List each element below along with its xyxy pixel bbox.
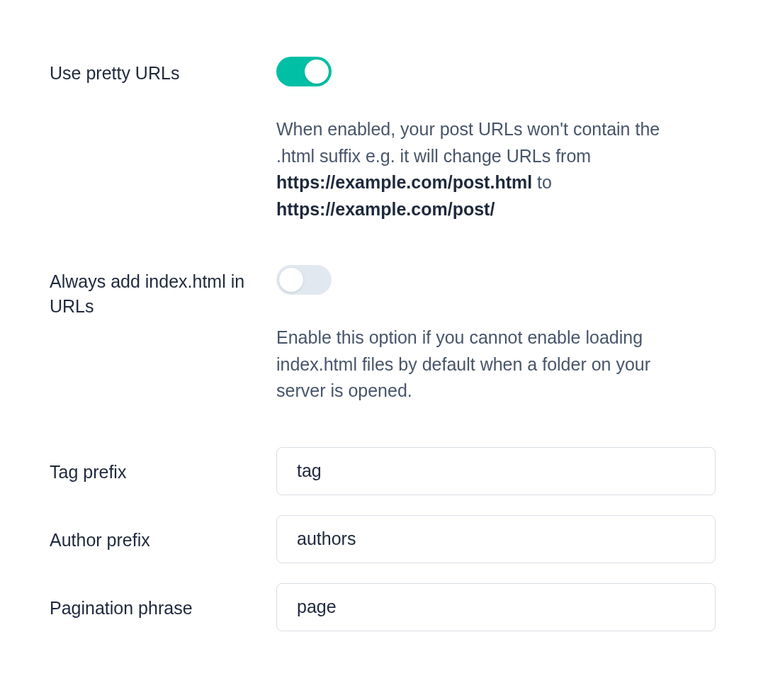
always-index-description: Enable this option if you cannot enable … [276,324,701,405]
pagination-phrase-input[interactable] [276,583,716,631]
toggle-knob-icon [305,60,329,84]
always-index-content: Enable this option if you cannot enable … [276,265,718,405]
pagination-phrase-label: Pagination phrase [50,583,276,621]
setting-row-always-index: Always add index.html in URLs Enable thi… [50,265,718,405]
pretty-urls-content: When enabled, your post URLs won't conta… [276,57,718,222]
setting-row-pretty-urls: Use pretty URLs When enabled, your post … [50,57,718,222]
author-prefix-content [276,515,718,563]
author-prefix-input[interactable] [276,515,716,563]
pretty-urls-description: When enabled, your post URLs won't conta… [276,116,701,222]
pretty-urls-toggle[interactable] [276,57,332,86]
setting-row-author-prefix: Author prefix [50,515,718,563]
tag-prefix-content [276,447,718,495]
tag-prefix-input[interactable] [276,447,716,495]
tag-prefix-label: Tag prefix [50,447,276,485]
setting-row-tag-prefix: Tag prefix [50,447,718,495]
setting-row-pagination-phrase: Pagination phrase [50,583,718,631]
author-prefix-label: Author prefix [50,515,276,553]
pagination-phrase-content [276,583,718,631]
toggle-knob-icon [279,268,303,292]
always-index-label: Always add index.html in URLs [50,265,276,319]
always-index-toggle[interactable] [276,265,332,295]
pretty-urls-label: Use pretty URLs [50,57,276,86]
